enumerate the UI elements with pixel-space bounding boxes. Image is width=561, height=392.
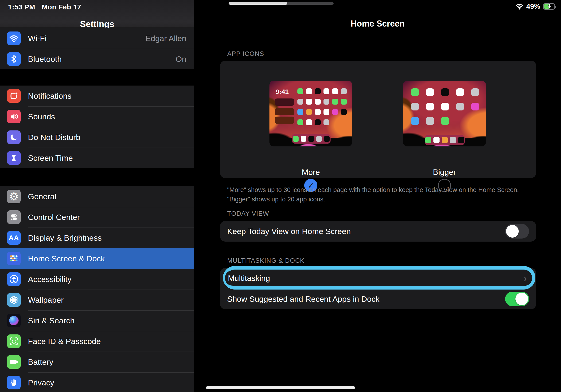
sidebar-item-label: Do Not Disturb: [28, 133, 80, 142]
sidebar-item-label: Home Screen & Dock: [28, 254, 105, 263]
sidebar-item-screen-time[interactable]: Screen Time: [0, 148, 194, 168]
app-icons-option-bigger[interactable]: Bigger: [403, 81, 486, 146]
sidebar-item-face-id[interactable]: Face ID & Passcode: [0, 331, 194, 352]
sidebar-item-wallpaper[interactable]: Wallpaper: [0, 290, 194, 310]
option-label-more: More: [270, 168, 352, 177]
sidebar-item-sounds[interactable]: Sounds: [0, 106, 194, 127]
chevron-right-icon: ›: [523, 272, 527, 284]
more-preview-thumbnail[interactable]: 9:41: [270, 81, 352, 146]
wallpaper-icon: [7, 293, 21, 307]
sidebar-group-radios: Wi-Fi Edgar Allen Bluetooth On: [0, 28, 194, 69]
preview-widget: [275, 108, 294, 115]
charging-bolt-icon: [547, 3, 552, 10]
sidebar-item-control-center[interactable]: Control Center: [0, 207, 194, 228]
top-progress-bar: [229, 2, 334, 5]
more-dock: [292, 134, 331, 144]
sidebar-item-do-not-disturb[interactable]: Do Not Disturb: [0, 127, 194, 148]
sidebar: 1:53 PM Mon Feb 17 Settings Wi-Fi Edgar …: [0, 0, 194, 392]
siri-icon: [7, 314, 21, 327]
top-progress-bar-fill: [229, 2, 287, 5]
status-time: 1:53 PM: [8, 3, 35, 11]
sidebar-item-battery[interactable]: Battery: [0, 352, 194, 372]
sidebar-item-display-brightness[interactable]: AA Display & Brightness: [0, 228, 194, 248]
sidebar-item-label: Privacy: [28, 378, 54, 387]
sidebar-item-label: General: [28, 192, 56, 201]
speaker-icon: [7, 110, 21, 123]
sidebar-item-label: Bluetooth: [28, 54, 62, 64]
detail-panel: 49% Home Screen APP ICONS 9:41: [194, 0, 561, 392]
panel-title: Home Screen: [194, 19, 561, 29]
control-center-icon: [7, 210, 21, 224]
section-header-app-icons: APP ICONS: [227, 50, 264, 58]
suggested-apps-toggle[interactable]: [505, 292, 529, 306]
hourglass-icon: [7, 151, 21, 165]
sidebar-item-label: Sounds: [28, 112, 55, 121]
bigger-app-icon-grid: [411, 88, 479, 125]
multitasking-label: Multitasking: [228, 273, 270, 283]
privacy-hand-icon: [7, 376, 21, 389]
status-bar-left: 1:53 PM Mon Feb 17: [8, 3, 81, 11]
display-brightness-icon: AA: [7, 231, 21, 245]
sidebar-item-general[interactable]: ⚙ General: [0, 186, 194, 207]
wifi-icon: [7, 32, 21, 45]
today-view-card: Keep Today View on Home Screen: [220, 221, 536, 242]
moon-icon: [7, 131, 21, 144]
more-app-icon-grid: [297, 88, 347, 125]
sidebar-item-wifi[interactable]: Wi-Fi Edgar Allen: [0, 28, 194, 49]
sidebar-header: 1:53 PM Mon Feb 17 Settings: [0, 0, 194, 28]
face-id-icon: [7, 334, 21, 348]
notifications-icon: [7, 89, 21, 103]
preview-widget: [275, 117, 294, 124]
sidebar-item-home-screen-dock[interactable]: Home Screen & Dock: [0, 248, 194, 269]
app-icons-footnote: "More" shows up to 30 icons on each page…: [227, 185, 542, 204]
sidebar-item-siri-search[interactable]: Siri & Search: [0, 310, 194, 331]
option-label-bigger: Bigger: [403, 168, 486, 177]
app-icons-option-more[interactable]: 9:41 More: [270, 81, 352, 146]
sidebar-item-bluetooth[interactable]: Bluetooth On: [0, 49, 194, 69]
wifi-status-icon: [515, 3, 523, 10]
suggested-apps-label: Show Suggested and Recent Apps in Dock: [227, 289, 379, 309]
section-header-today-view: TODAY VIEW: [227, 210, 269, 218]
page-title: Settings: [0, 19, 194, 29]
multitasking-row[interactable]: Multitasking ›: [225, 271, 532, 285]
wifi-network-value: Edgar Allen: [145, 34, 186, 43]
sidebar-item-label: Accessibility: [28, 275, 71, 284]
today-view-toggle[interactable]: [505, 224, 529, 239]
sidebar-item-label: Wi-Fi: [28, 34, 46, 43]
battery-icon: [7, 355, 21, 369]
bluetooth-icon: [7, 52, 21, 66]
accessibility-icon: [7, 272, 21, 286]
status-date: Mon Feb 17: [42, 3, 81, 11]
settings-app: 1:53 PM Mon Feb 17 Settings Wi-Fi Edgar …: [0, 0, 561, 392]
sidebar-group-notifications: Notifications Sounds Do: [0, 86, 194, 168]
sidebar-item-label: Wallpaper: [28, 295, 64, 305]
app-icons-card: 9:41 More Bigger: [220, 61, 536, 178]
sidebar-item-label: Siri & Search: [28, 316, 75, 325]
today-view-row-label: Keep Today View on Home Screen: [227, 221, 351, 242]
sidebar-item-label: Face ID & Passcode: [28, 337, 101, 346]
bigger-dock: [425, 135, 465, 145]
sidebar-item-accessibility[interactable]: Accessibility: [0, 269, 194, 290]
bigger-preview-thumbnail[interactable]: [403, 81, 486, 146]
section-header-multitasking: MULTITASKING & DOCK: [227, 257, 304, 264]
sidebar-item-notifications[interactable]: Notifications: [0, 86, 194, 106]
home-indicator[interactable]: [206, 386, 355, 389]
home-screen-dock-icon: [7, 252, 21, 265]
preview-widget: [275, 98, 294, 106]
sidebar-item-label: Control Center: [28, 213, 80, 222]
sidebar-item-label: Notifications: [28, 91, 71, 101]
status-bar-right: 49%: [515, 2, 555, 10]
sidebar-group-main: ⚙ General Control Center AA Display & Br…: [0, 186, 194, 392]
sidebar-item-label: Battery: [28, 358, 53, 367]
sidebar-item-label: Display & Brightness: [28, 233, 102, 242]
bluetooth-state-value: On: [176, 54, 186, 64]
preview-clock: 9:41: [276, 88, 289, 96]
sidebar-item-label: Screen Time: [28, 153, 73, 163]
battery-status-icon: [543, 3, 555, 10]
battery-percent: 49%: [526, 2, 540, 10]
sidebar-item-privacy[interactable]: Privacy: [0, 372, 194, 392]
suggested-apps-row: Show Suggested and Recent Apps in Dock: [220, 289, 536, 309]
gear-icon: ⚙: [7, 190, 21, 203]
